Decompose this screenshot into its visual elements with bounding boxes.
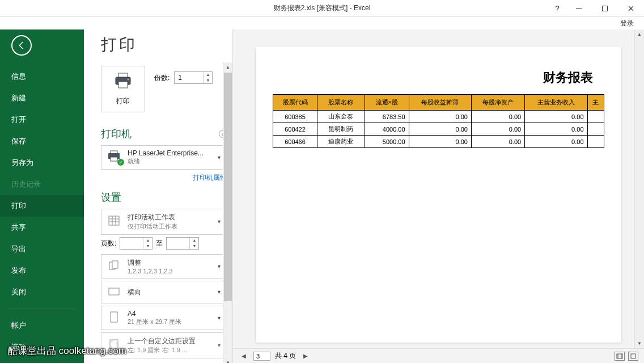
page-total-label: 共 4 页	[275, 351, 296, 361]
printer-icon	[113, 72, 133, 93]
svg-rect-8	[111, 157, 117, 161]
preview-page: 财务报表 股票代码股票名称流通×股每股收益摊薄每股净资产主营业务收入主 6003…	[256, 47, 621, 343]
print-settings-panel: 打印 打印 份数: ▲▼	[84, 29, 232, 363]
table-cell: 0.00	[409, 136, 471, 148]
chevron-down-icon[interactable]: ▼	[204, 78, 212, 83]
nav-share[interactable]: 共享	[0, 217, 84, 238]
table-cell: 0.00	[525, 136, 587, 148]
nav-info[interactable]: 信息	[0, 66, 84, 87]
collate-dropdown[interactable]: 调整 1,2,3 1,2,3 1,2,3 ▼	[101, 254, 227, 278]
page-range: 页数: ▲▼ 至 ▲▼	[101, 237, 227, 250]
svg-rect-23	[631, 354, 635, 358]
nav-new[interactable]: 新建	[0, 87, 84, 109]
check-icon: ✓	[117, 159, 124, 166]
copies-input[interactable]	[175, 73, 203, 83]
chevron-down-icon: ▼	[217, 155, 222, 161]
margins-dropdown[interactable]: 上一个自定义边距设置 左: 1.9 厘米 右: 1.9 ... ▼	[101, 332, 227, 358]
settings-scrollbar[interactable]: ▲ ▼	[223, 62, 232, 363]
table-cell: 0.00	[471, 136, 524, 148]
table-cell: 600385	[273, 111, 317, 123]
nav-print[interactable]: 打印	[0, 195, 84, 217]
table-header: 股票名称	[317, 95, 365, 111]
page-to-spinner[interactable]: ▲▼	[166, 237, 199, 250]
page-from-input[interactable]	[120, 238, 143, 248]
svg-rect-0	[576, 9, 582, 9]
table-cell: 600466	[273, 136, 317, 148]
print-button[interactable]: 打印	[101, 66, 145, 112]
orientation-dropdown[interactable]: 横向 ▼	[101, 281, 227, 303]
print-button-label: 打印	[116, 96, 130, 106]
close-button[interactable]	[618, 0, 644, 17]
table-cell: 迪康药业	[317, 136, 365, 148]
login-row: 登录	[0, 17, 644, 29]
nav-export[interactable]: 导出	[0, 238, 84, 260]
scroll-down-icon[interactable]: ▼	[223, 358, 232, 363]
nav-saveas[interactable]: 另存为	[0, 152, 84, 174]
nav-separator	[8, 309, 76, 309]
table-header: 主	[587, 95, 604, 111]
paper-size-dropdown[interactable]: A4 21 厘米 x 29.7 厘米 ▼	[101, 306, 227, 330]
table-cell: 昆明制药	[317, 123, 365, 136]
login-link[interactable]: 登录	[620, 19, 634, 28]
chevron-down-icon: ▼	[217, 315, 222, 321]
nav-publish[interactable]: 发布	[0, 260, 84, 281]
svg-rect-4	[118, 82, 128, 88]
table-cell: 0.00	[471, 123, 524, 136]
table-cell: 0.00	[525, 111, 587, 123]
nav-history: 历史记录	[0, 174, 84, 195]
svg-rect-17	[111, 312, 117, 322]
print-preview-panel: 财务报表 股票代码股票名称流通×股每股收益摊薄每股净资产主营业务收入主 6003…	[232, 29, 644, 363]
chevron-down-icon: ▼	[217, 289, 222, 295]
page-from-spinner[interactable]: ▲▼	[120, 237, 152, 250]
table-cell: 0.00	[409, 123, 471, 136]
margins-icon	[106, 338, 122, 353]
svg-rect-9	[109, 216, 119, 225]
minimize-button[interactable]	[566, 0, 592, 17]
table-cell: 600422	[273, 123, 317, 136]
nav-close[interactable]: 关闭	[0, 281, 84, 303]
window-controls: ?	[549, 0, 644, 17]
page-title: 打印	[101, 34, 227, 56]
table-cell: 山东金泰	[317, 111, 365, 123]
next-page-button[interactable]: ▶	[300, 351, 311, 361]
table-cell: 6783.50	[365, 111, 409, 123]
landscape-icon	[106, 285, 122, 299]
window-title: 财务报表2.xls [兼容模式] - Excel	[274, 3, 371, 13]
copies-label: 份数:	[154, 73, 170, 83]
preview-vscrollbar[interactable]: ▲ ▼	[634, 29, 644, 348]
table-header: 每股收益摊薄	[409, 95, 471, 111]
report-title: 财务报表	[273, 69, 604, 86]
nav-save[interactable]: 保存	[0, 130, 84, 152]
table-cell: 0.00	[471, 111, 524, 123]
show-margins-button[interactable]	[615, 352, 625, 361]
scroll-up-icon[interactable]: ▲	[223, 62, 232, 72]
pages-from-label: 页数:	[101, 239, 116, 248]
printer-dropdown[interactable]: ✓ HP LaserJet Enterprise... 就绪 ▼	[101, 145, 227, 170]
title-bar: 财务报表2.xls [兼容模式] - Excel ?	[0, 0, 644, 17]
copies-spinner[interactable]: ▲▼	[174, 71, 213, 84]
back-button[interactable]	[11, 35, 32, 56]
prev-page-button[interactable]: ◀	[239, 351, 249, 361]
maximize-button[interactable]	[592, 0, 618, 17]
print-what-dropdown[interactable]: 打印活动工作表 仅打印活动工作表 ▼	[101, 209, 227, 235]
chevron-down-icon: ▼	[217, 219, 222, 225]
chevron-down-icon: ▼	[217, 264, 222, 269]
nav-options[interactable]: 选项	[0, 336, 84, 358]
svg-rect-15	[112, 261, 118, 268]
chevron-up-icon[interactable]: ▲	[204, 72, 212, 78]
table-row: 600466迪康药业5000.000.000.000.00	[273, 136, 604, 148]
scroll-up-icon[interactable]: ▲	[635, 29, 644, 39]
table-cell: 4000.00	[365, 123, 409, 136]
printer-properties-link[interactable]: 打印机属性	[193, 174, 227, 182]
current-page-input[interactable]	[253, 352, 270, 361]
nav-account[interactable]: 帐户	[0, 315, 84, 336]
table-row: 600422昆明制药4000.000.000.000.00	[273, 123, 604, 136]
zoom-to-page-button[interactable]	[628, 352, 638, 361]
nav-open[interactable]: 打开	[0, 109, 84, 130]
scroll-down-icon[interactable]: ▼	[635, 339, 644, 348]
page-to-input[interactable]	[167, 238, 189, 248]
svg-rect-16	[109, 288, 119, 295]
page-icon	[106, 311, 122, 326]
collate-icon	[106, 259, 122, 274]
help-button[interactable]: ?	[549, 0, 566, 17]
